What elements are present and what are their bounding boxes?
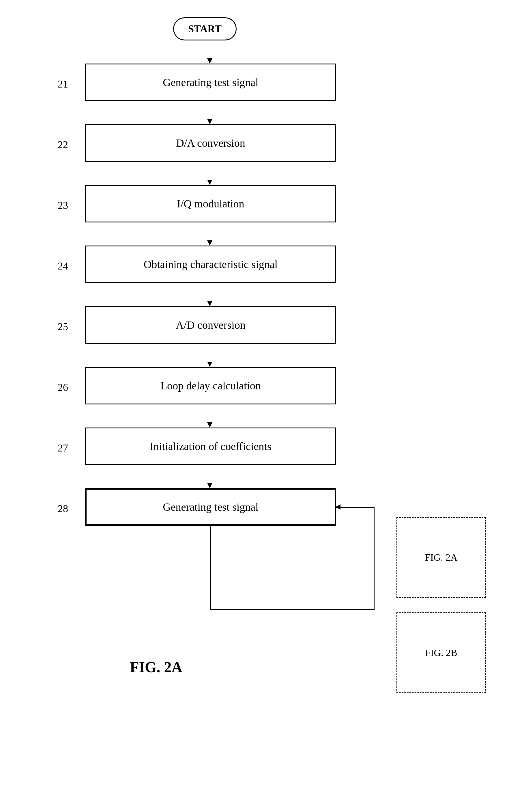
flow-box-23: I/Q modulation bbox=[85, 185, 336, 222]
flow-box-28: Generating test signal bbox=[85, 488, 336, 526]
arrowhead-27-28 bbox=[207, 483, 212, 488]
flow-box-27: Initialization of coefficients bbox=[85, 428, 336, 465]
fig2a-dashed-box: FIG. 2A bbox=[397, 517, 486, 598]
arrowhead-26-27 bbox=[207, 422, 212, 428]
arrowhead-21-22 bbox=[207, 119, 212, 124]
step-label-23: 23 bbox=[58, 199, 68, 212]
diagram-container: START 21 Generating test signal 22 D/A c… bbox=[0, 0, 509, 812]
step-label-21: 21 bbox=[58, 78, 68, 90]
step-label-25: 25 bbox=[58, 321, 68, 333]
step-label-24: 24 bbox=[58, 260, 68, 272]
fig2b-box-label: FIG. 2B bbox=[425, 647, 457, 658]
step-label-28: 28 bbox=[58, 503, 68, 515]
arrowhead-start-to-21 bbox=[207, 58, 212, 64]
fig2a-box-label: FIG. 2A bbox=[425, 552, 457, 563]
fig2b-dashed-box: FIG. 2B bbox=[397, 613, 486, 693]
arrowhead-23-24 bbox=[207, 240, 212, 246]
fig-caption: FIG. 2A bbox=[130, 659, 182, 676]
start-label: START bbox=[188, 23, 222, 35]
flow-box-21-label: Generating test signal bbox=[163, 76, 258, 89]
start-oval: START bbox=[173, 17, 237, 40]
flow-box-22-label: D/A conversion bbox=[176, 137, 245, 149]
flow-box-27-label: Initialization of coefficients bbox=[150, 440, 271, 452]
arrowhead-24-25 bbox=[207, 301, 212, 306]
arrowhead-25-26 bbox=[207, 362, 212, 367]
connector-h-to-box28 bbox=[336, 507, 374, 508]
connector-h-bottom bbox=[210, 609, 375, 610]
step-label-26: 26 bbox=[58, 381, 68, 394]
flow-box-24: Obtaining characteristic signal bbox=[85, 246, 336, 283]
flow-box-25-label: A/D conversion bbox=[176, 319, 245, 331]
connector-v-right bbox=[374, 507, 375, 609]
line-down-from-28 bbox=[210, 526, 211, 610]
flow-box-23-label: I/Q modulation bbox=[177, 197, 244, 210]
flow-box-26-label: Loop delay calculation bbox=[161, 379, 261, 392]
step-label-22: 22 bbox=[58, 139, 68, 151]
flow-box-25: A/D conversion bbox=[85, 306, 336, 344]
flow-box-26: Loop delay calculation bbox=[85, 367, 336, 404]
flow-box-22: D/A conversion bbox=[85, 124, 336, 162]
flow-box-28-label: Generating test signal bbox=[163, 501, 258, 513]
flow-box-24-label: Obtaining characteristic signal bbox=[144, 258, 278, 271]
step-label-27: 27 bbox=[58, 442, 68, 454]
flow-box-21: Generating test signal bbox=[85, 64, 336, 101]
arrowhead-22-23 bbox=[207, 180, 212, 185]
